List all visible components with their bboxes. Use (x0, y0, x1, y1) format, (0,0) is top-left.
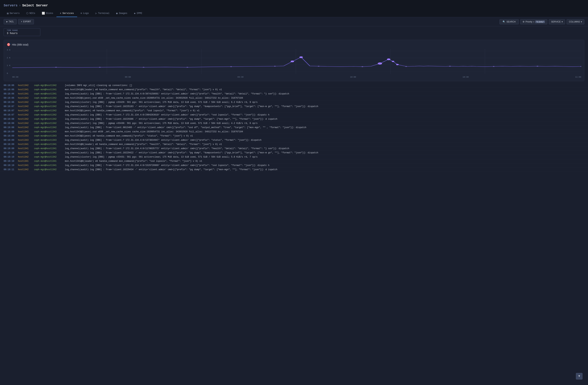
breadcrumb-current: Select Server (22, 4, 48, 7)
columns-button[interactable]: COLUMNS ▾ (567, 19, 584, 24)
log-service: ceph-mgr@host1342 (34, 151, 63, 154)
log-row[interactable]: 08:18:08 host1342 ceph-mgr@host1342 log_… (0, 117, 588, 121)
log-service: ceph-mgr@host1342 (34, 84, 63, 87)
nics-tab-label: NICs (29, 12, 35, 15)
log-host: host1342 (18, 101, 33, 104)
log-message: log_channel(cluster) log [DBG] : pgmap v… (65, 101, 584, 104)
chart-title-text: Hits (88k total) (12, 43, 28, 46)
log-message: mon.host1342@1(peon) e6 handle_command m… (65, 109, 584, 112)
log-message: log_channel(audit) log [DBG] : from='cli… (65, 147, 584, 150)
disks-tab-label: Disks (46, 12, 53, 15)
log-service: ceph-mgr@host1342 (34, 105, 63, 108)
toolbar: ▶ TAIL ⬇ EXPORT 🔍 SEARCH ⚙ Priority ≤ "6… (0, 17, 588, 26)
log-row[interactable]: 08:18:10 host1341 ceph-mon@host1341 log_… (0, 163, 588, 168)
log-time: 08:18:10 (4, 160, 17, 163)
log-row[interactable]: 08:18:06 host1342 ceph-mgr@host1342 [vol… (0, 83, 588, 88)
toolbar-right: 🔍 SEARCH ⚙ Priority ≤ "6 (Info)" SERVICE… (500, 19, 584, 24)
search-icon: 🔍 (503, 20, 505, 23)
tail-icon: ▶ (6, 20, 8, 23)
service-filter[interactable]: SERVICE ▾ (549, 19, 565, 24)
log-row[interactable]: 08:18:10 host1342 ceph-mgr@host1342 log_… (0, 151, 588, 155)
nav-tab-services[interactable]: ⚡Services (56, 10, 77, 17)
log-row[interactable]: 08:18:07 host1342 ceph-mgr@host1342 log_… (0, 104, 588, 109)
log-time: 08:18:06 (4, 88, 17, 91)
log-time: 08:18:09 (4, 130, 17, 134)
chart-container: 3 K 2 K 1 K 0 (7, 49, 581, 78)
x-label-1100: 11:00 (575, 76, 581, 78)
log-host: host1342 (18, 105, 33, 108)
log-time: 08:18:07 (4, 105, 17, 108)
svg-point-25 (493, 66, 495, 67)
nav-tab-images[interactable]: ◉Images (113, 10, 131, 17)
export-button[interactable]: ⬇ EXPORT (18, 19, 34, 24)
y-label-3k: 3 K (7, 49, 10, 51)
disks-tab-icon: ⬜ (42, 12, 45, 15)
log-row[interactable]: 08:18:06 host1341 ceph-mon@host1341 mon.… (0, 88, 588, 92)
time-range-box[interactable]: Time range 3 hours (4, 28, 40, 36)
time-range-section: Time range 3 hours (0, 26, 588, 38)
log-row[interactable]: 08:18:06 host1341 ceph-mon@host1341 log_… (0, 92, 588, 96)
nav-tab-nics[interactable]: ⬡NICs (23, 10, 39, 17)
priority-filter[interactable]: ⚙ Priority ≤ "6 (Info)" (520, 19, 547, 24)
log-time: 08:18:08 (4, 122, 17, 125)
log-host: host1342 (18, 113, 33, 116)
terminal-tab-label: Terminal (98, 12, 109, 15)
log-row[interactable]: 08:18:06 host1342 ceph-mon@host1342 mon.… (0, 96, 588, 100)
log-time: 08:18:11 (4, 168, 17, 171)
log-row[interactable]: 08:18:07 host1342 ceph-mon@host1342 log_… (0, 113, 588, 117)
log-row[interactable]: 08:18:09 host1343 ceph-mon@host1343 log_… (0, 138, 588, 142)
tail-button[interactable]: ▶ TAIL (4, 19, 17, 24)
log-row[interactable]: 08:18:09 host1341 ceph-mon@host1341 mon.… (0, 142, 588, 147)
log-service: ceph-mon@host1341 (34, 143, 63, 146)
breadcrumb: Servers › Select Server (4, 2, 584, 9)
log-row[interactable]: 08:18:09 host1343 ceph-mon@host1343 mon.… (0, 134, 588, 138)
log-time: 08:18:09 (4, 138, 17, 142)
log-row[interactable]: 08:18:09 host1341 ceph-mon@host1341 log_… (0, 147, 588, 151)
log-row[interactable]: 08:18:07 host1342 ceph-mon@host1342 mon.… (0, 109, 588, 113)
log-service: ceph-mon@host1342 (34, 109, 63, 112)
log-row[interactable]: 08:18:09 host1343 ceph-mon@host1343 mon.… (0, 130, 588, 134)
nav-tab-ipmi[interactable]: ◈IPMI (131, 10, 146, 17)
chart-title: 🎯 Hits (88k total) (7, 43, 581, 46)
search-label: SEARCH (506, 20, 516, 23)
log-host: host1342 (18, 126, 33, 129)
log-service: ceph-mon@host1343 (34, 130, 63, 134)
log-row[interactable]: 08:18:10 host1341 ceph-mon@host1341 mon.… (0, 159, 588, 163)
log-service: ceph-mgr@host1342 (34, 155, 63, 159)
images-tab-label: Images (119, 12, 127, 15)
nav-tab-servers[interactable]: ▤Servers (4, 10, 23, 17)
log-message: log_channel(audit) log [DBG] : from='cli… (65, 117, 584, 121)
service-chevron-icon: ▾ (562, 20, 563, 23)
log-host: host1342 (18, 109, 33, 112)
priority-badge: "6 (Info)" (535, 20, 545, 23)
log-time: 08:18:08 (4, 117, 17, 121)
log-row[interactable]: 08:18:08 host1342 ceph-mgr@host1342 log_… (0, 126, 588, 130)
log-service: ceph-mon@host1343 (34, 134, 63, 138)
log-time: 08:18:06 (4, 84, 17, 87)
log-row[interactable]: 08:18:06 host1342 ceph-mgr@host1342 log_… (0, 100, 588, 104)
svg-point-21 (318, 66, 319, 67)
log-time: 08:18:10 (4, 155, 17, 159)
log-message: mon.host1341@0(leader) e6 handle_command… (65, 88, 584, 91)
log-message: log_channel(audit) log [DBG] : from='cli… (65, 113, 584, 116)
log-host: host1342 (18, 151, 33, 154)
log-service: ceph-mgr@host1342 (34, 126, 63, 129)
nav-tab-terminal[interactable]: ▷Terminal (92, 10, 113, 17)
log-row[interactable]: 08:18:11 host1342 ceph-mgr@host1342 log_… (0, 168, 588, 172)
breadcrumb-servers[interactable]: Servers (4, 4, 18, 7)
log-message: log_channel(audit) log [DBG] : from='cli… (65, 105, 584, 108)
log-host: host1341 (18, 147, 33, 150)
log-row[interactable]: 08:18:10 host1342 ceph-mgr@host1342 log_… (0, 155, 588, 159)
priority-lte-icon: ≤ (533, 21, 534, 23)
log-service: ceph-mon@host1343 (34, 138, 63, 142)
log-time: 08:18:10 (4, 164, 17, 167)
scroll-to-bottom-button[interactable]: ▼ (576, 373, 583, 380)
search-button[interactable]: 🔍 SEARCH (500, 19, 519, 24)
chart-icon: 🎯 (7, 43, 10, 46)
log-time: 08:18:09 (4, 134, 17, 138)
svg-point-24 (449, 66, 451, 67)
nav-tab-disks[interactable]: ⬜Disks (39, 10, 56, 17)
log-host: host1342 (18, 122, 33, 125)
log-row[interactable]: 08:18:08 host1342 ceph-mgr@host1342 log_… (0, 121, 588, 126)
nav-tab-logs[interactable]: ≡Logs (77, 10, 92, 17)
